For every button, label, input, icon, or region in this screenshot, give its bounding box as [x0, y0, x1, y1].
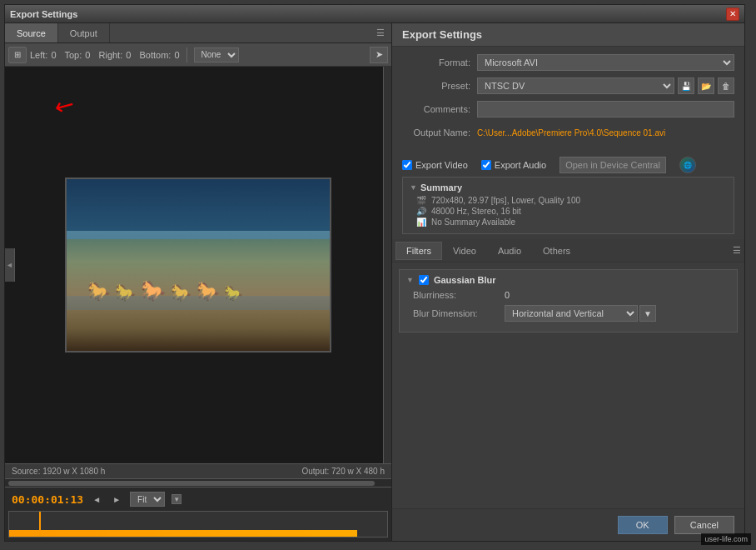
tab-source[interactable]: Source [5, 23, 58, 42]
blurriness-value[interactable]: 0 [505, 290, 510, 300]
dialog-title: Export Settings [10, 9, 77, 19]
filter-tabs-bar: Filters Video Audio Others ☰ [392, 239, 744, 262]
video-summary-icon: 🎬 [416, 196, 426, 205]
export-settings-dialog: Export Settings ✕ Source Output ☰ ⊞ Left… [4, 4, 745, 542]
filter-name-label: Gaussian Blur [434, 275, 496, 285]
crop-tool-button[interactable]: ⊞ [8, 47, 27, 63]
main-content: Source Output ☰ ⊞ Left: 0 Top: 0 Right: … [5, 23, 744, 541]
comments-label: Comments: [402, 104, 477, 114]
summary-audio-info: 🔊 48000 Hz, Stereo, 16 bit [410, 207, 727, 216]
source-toolbar: ⊞ Left: 0 Top: 0 Right: 0 Bottom: 0 None… [5, 43, 391, 67]
tabs-bar: Source Output ☰ [5, 23, 391, 43]
summary-no-summary: 📊 No Summary Available [410, 218, 727, 227]
scroll-left-button[interactable]: ◄ [5, 248, 15, 282]
annotation-arrow: ↙ [49, 88, 79, 122]
export-video-checkbox-label[interactable]: Export Video [402, 160, 468, 170]
output-name-row: Output Name: C:\User...Adobe\Premiere Pr… [402, 123, 734, 142]
timeline-area: 00:00:01:13 ◄ ► Fit ▼ [5, 478, 391, 541]
timeline-controls: 00:00:01:13 ◄ ► Fit ▼ [5, 488, 391, 511]
source-dimensions: Source: 1920 w X 1080 h [12, 467, 105, 476]
output-name-control: C:\User...Adobe\Premiere Pro\4.0\Sequenc… [477, 128, 734, 138]
blur-dimension-dropdown-arrow[interactable]: ▼ [639, 305, 656, 322]
preset-control: NTSC DV 💾 📂 🗑 [477, 78, 734, 94]
left-panel: Source Output ☰ ⊞ Left: 0 Top: 0 Right: … [5, 23, 392, 541]
timeline-playhead[interactable] [39, 512, 41, 537]
timeline-progress-bar [9, 530, 357, 537]
forward-arrow-button[interactable]: ➤ [370, 47, 388, 63]
blur-dimension-select[interactable]: Horizontal and Vertical [505, 305, 638, 322]
audio-summary-icon: 🔊 [416, 207, 426, 216]
adobe-device-central-icon[interactable]: 🌐 [679, 157, 696, 173]
output-name-label: Output Name: [402, 128, 477, 138]
crop-preset-dropdown[interactable]: None [194, 48, 239, 62]
save-preset-button[interactable]: 💾 [678, 78, 694, 94]
prev-frame-button[interactable]: ◄ [90, 492, 103, 506]
comments-input[interactable] [477, 101, 734, 118]
filter-panel-settings-icon[interactable]: ☰ [733, 245, 741, 256]
open-device-central-button[interactable]: Open in Device Central [560, 157, 666, 173]
format-control: Microsoft AVI [477, 54, 734, 71]
panel-settings-icon[interactable]: ☰ [370, 28, 391, 38]
toolbar-separator [187, 48, 187, 62]
tab-output[interactable]: Output [58, 23, 110, 42]
format-row: Format: Microsoft AVI [402, 53, 734, 72]
format-label: Format: [402, 58, 477, 68]
preset-label: Preset: [402, 81, 477, 91]
filter-item-header: ▼ Gaussian Blur [406, 275, 730, 285]
status-bar: Source: 1920 w X 1080 h Output: 720 w X … [5, 463, 391, 478]
chart-summary-icon: 📊 [416, 218, 426, 227]
blurriness-label: Blurriness: [413, 290, 505, 300]
ok-button[interactable]: OK [618, 516, 668, 534]
title-bar: Export Settings ✕ [5, 5, 744, 23]
output-dimensions: Output: 720 w X 480 h [301, 467, 385, 476]
timeline-track[interactable] [8, 511, 388, 538]
preview-image: 🐎 🐎 🐎 🐎 🐎 🐎 [65, 178, 331, 352]
bottom-action-bar: OK Cancel [392, 508, 744, 541]
filter-tab-audio[interactable]: Audio [487, 242, 532, 260]
zoom-dropdown[interactable]: Fit [130, 492, 165, 507]
next-frame-button[interactable]: ► [110, 492, 123, 506]
comments-control [477, 101, 734, 118]
right-panel: Export Settings Format: Microsoft AVI Pr… [392, 23, 744, 541]
blur-dimension-row: Blur Dimension: Horizontal and Vertical … [406, 305, 730, 322]
summary-section: ▼ Summary 🎬 720x480, 29.97 [fps], Lower,… [402, 177, 734, 234]
blur-dimension-label: Blur Dimension: [413, 308, 505, 318]
filter-tab-video[interactable]: Video [442, 242, 487, 260]
preview-area: ↙ 🐎 🐎 🐎 🐎 🐎 🐎 [5, 67, 391, 463]
filter-collapse-icon[interactable]: ▼ [406, 276, 414, 284]
filter-panel: ▼ Gaussian Blur Blurriness: 0 Blur Dimen… [392, 262, 744, 508]
settings-form: Format: Microsoft AVI Preset: NTSC DV [392, 47, 744, 153]
blurriness-row: Blurriness: 0 [406, 290, 730, 300]
export-video-checkbox[interactable] [402, 160, 412, 170]
format-select[interactable]: Microsoft AVI [477, 54, 734, 71]
preview-scrollbar[interactable] [383, 67, 391, 463]
close-button[interactable]: ✕ [726, 8, 739, 21]
crop-values: Left: 0 Top: 0 Right: 0 Bottom: 0 [30, 50, 180, 60]
filter-tab-others[interactable]: Others [532, 242, 581, 260]
export-audio-checkbox-label[interactable]: Export Audio [481, 160, 546, 170]
summary-collapse-icon[interactable]: ▼ [410, 183, 417, 192]
filter-enabled-checkbox[interactable] [419, 275, 429, 285]
delete-preset-button[interactable]: 🗑 [718, 78, 734, 94]
comments-row: Comments: [402, 100, 734, 118]
import-preset-button[interactable]: 📂 [698, 78, 714, 94]
export-settings-header: Export Settings [392, 23, 744, 47]
fit-dropdown-arrow[interactable]: ▼ [172, 494, 182, 504]
export-options-row: Export Video Export Audio Open in Device… [392, 153, 744, 177]
summary-video-info: 🎬 720x480, 29.97 [fps], Lower, Quality 1… [410, 196, 727, 205]
output-name-link[interactable]: C:\User...Adobe\Premiere Pro\4.0\Sequenc… [477, 128, 734, 138]
export-audio-checkbox[interactable] [481, 160, 491, 170]
watermark: user-life.com [701, 533, 751, 545]
cancel-button[interactable]: Cancel [674, 516, 734, 534]
timecode-display[interactable]: 00:00:01:13 [12, 493, 83, 506]
filter-tab-filters[interactable]: Filters [395, 242, 442, 260]
summary-header: ▼ Summary [410, 182, 727, 192]
timeline-scrollbar[interactable] [5, 479, 391, 488]
preset-select[interactable]: NTSC DV [477, 78, 674, 94]
gaussian-blur-filter: ▼ Gaussian Blur Blurriness: 0 Blur Dimen… [399, 269, 738, 332]
preset-row: Preset: NTSC DV 💾 📂 🗑 [402, 77, 734, 95]
